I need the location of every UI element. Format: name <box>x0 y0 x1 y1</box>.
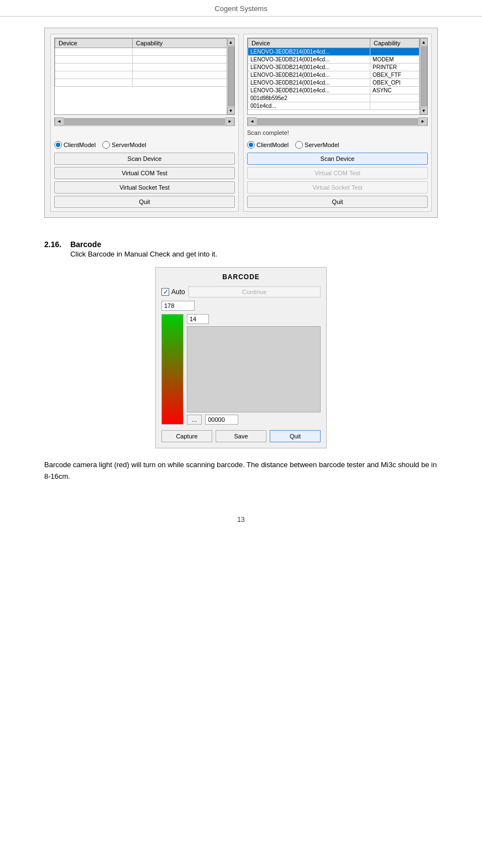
right-table-row[interactable]: 001d98b595e2 <box>248 95 420 102</box>
right-table-row[interactable]: LENOVO-3E0DB214(001e4cd...OBEX_OPI <box>248 79 420 87</box>
left-radio-client[interactable]: ClientModel <box>54 141 96 149</box>
continue-btn[interactable]: Continue <box>188 286 321 297</box>
left-scroll-down[interactable]: ▼ <box>227 107 235 114</box>
right-table-row[interactable]: LENOVO-3E0DB214(001e4cd... <box>248 48 420 56</box>
right-table-row[interactable]: LENOVO-3E0DB214(001e4cd...MODEM <box>248 56 420 64</box>
right-scroll-up[interactable]: ▲ <box>420 38 428 46</box>
right-status: Scan complete! <box>247 128 428 137</box>
right-radio-client-circle[interactable] <box>247 141 255 149</box>
barcode-title: BARCODE <box>161 273 321 281</box>
left-radio-client-circle[interactable] <box>54 141 62 149</box>
left-radio-client-label: ClientModel <box>64 142 96 148</box>
left-hscroll[interactable]: ◄ ► <box>54 117 235 126</box>
left-radio-server-label: ServerModel <box>112 142 146 148</box>
left-col-device: Device <box>55 39 133 48</box>
main-content: Device Capability <box>0 17 482 546</box>
right-hscroll[interactable]: ◄ ► <box>247 117 428 126</box>
left-table-scroll: Device Capability <box>55 38 234 114</box>
left-device-table: Device Capability <box>55 38 234 87</box>
barcode-bottom-row: Capture Save Quit <box>161 430 321 442</box>
left-scrollbar-v[interactable]: ▲ ▼ <box>227 38 234 114</box>
capture-btn[interactable]: Capture <box>161 430 212 442</box>
left-quit-btn[interactable]: Quit <box>54 196 235 208</box>
right-device-table: Device Capability LENOVO-3E0DB214(001e4c… <box>248 38 420 110</box>
left-scan-btn[interactable]: Scan Device <box>54 153 235 165</box>
left-scroll-up[interactable]: ▲ <box>227 38 235 46</box>
checkbox-check-mark: ✓ <box>163 289 168 296</box>
right-radio-server-label: ServerModel <box>305 142 339 148</box>
section-title-block: Barcode Click Barcode in Manual Check an… <box>70 240 217 258</box>
left-radio-server-circle[interactable] <box>102 141 110 149</box>
barcode-color-bar <box>161 314 184 425</box>
barcode-code-input[interactable] <box>205 415 238 425</box>
right-hscroll-thumb[interactable] <box>257 118 418 125</box>
right-table-row[interactable]: LENOVO-3E0DB214(001e4cd...ASYNC <box>248 87 420 95</box>
bt-panel-left: Device Capability <box>50 34 239 212</box>
right-virtual-com-btn[interactable]: Virtual COM Test <box>247 167 428 179</box>
left-table-container: Device Capability <box>54 38 235 115</box>
page-header: Cogent Systems <box>0 0 482 17</box>
left-radio-row: ClientModel ServerModel <box>54 139 235 150</box>
right-scroll-down[interactable]: ▼ <box>420 107 428 114</box>
right-table-scroll: Device Capability LENOVO-3E0DB214(001e4c… <box>248 38 427 114</box>
barcode-panel: BARCODE ✓ Auto Continue <box>155 267 327 448</box>
footer-note: Barcode camera light (red) will turn on … <box>44 459 438 483</box>
dots-btn[interactable]: ... <box>187 415 202 425</box>
barcode-value1-row <box>161 301 321 311</box>
right-scrollbar-v[interactable]: ▲ ▼ <box>420 38 427 114</box>
left-hscroll-left[interactable]: ◄ <box>55 117 64 126</box>
right-table-container: Device Capability LENOVO-3E0DB214(001e4c… <box>247 38 428 115</box>
left-hscroll-thumb[interactable] <box>64 118 225 125</box>
auto-checkbox-wrapper[interactable]: ✓ Auto <box>161 288 185 296</box>
right-virtual-socket-btn[interactable]: Virtual Socket Test <box>247 181 428 194</box>
section-title: Barcode <box>70 240 217 249</box>
barcode-value2-input[interactable] <box>187 314 209 324</box>
left-virtual-com-btn[interactable]: Virtual COM Test <box>54 167 235 179</box>
right-hscroll-right[interactable]: ► <box>418 117 427 126</box>
barcode-dots-row: ... <box>187 415 321 425</box>
bt-panel-right: Device Capability LENOVO-3E0DB214(001e4c… <box>243 34 432 212</box>
right-scan-btn[interactable]: Scan Device <box>247 153 428 165</box>
barcode-quit-btn[interactable]: Quit <box>270 430 321 442</box>
right-table-row[interactable]: LENOVO-3E0DB214(001e4cd...OBEX_FTF <box>248 71 420 79</box>
right-table-row[interactable]: 001e4cd... <box>248 102 420 110</box>
right-radio-server[interactable]: ServerModel <box>295 141 339 149</box>
left-scroll-thumb[interactable] <box>228 46 234 106</box>
left-hscroll-right[interactable]: ► <box>226 117 234 126</box>
left-radio-server[interactable]: ServerModel <box>102 141 146 149</box>
section-216-header: 2.16. Barcode Click Barcode in Manual Ch… <box>44 240 438 258</box>
left-radio-client-dot <box>56 143 60 147</box>
barcode-preview-box <box>187 326 321 412</box>
page-number: 13 <box>44 516 438 524</box>
right-col-capability: Capability <box>370 39 420 48</box>
right-scroll-thumb[interactable] <box>421 46 427 106</box>
right-radio-client-label: ClientModel <box>256 142 289 148</box>
barcode-auto-row: ✓ Auto Continue <box>161 286 321 297</box>
right-radio-row: ClientModel ServerModel <box>247 139 428 150</box>
left-virtual-socket-btn[interactable]: Virtual Socket Test <box>54 181 235 194</box>
right-col-device: Device <box>248 39 370 48</box>
section-number: 2.16. <box>44 240 61 258</box>
section-description: Click Barcode in Manual Check and get in… <box>70 250 217 258</box>
barcode-preview: ... <box>187 314 321 425</box>
save-btn[interactable]: Save <box>216 430 266 442</box>
header-title: Cogent Systems <box>214 4 267 13</box>
right-radio-server-circle[interactable] <box>295 141 303 149</box>
right-radio-client[interactable]: ClientModel <box>247 141 289 149</box>
right-quit-btn[interactable]: Quit <box>247 196 428 208</box>
barcode-value1-input[interactable] <box>161 301 195 311</box>
left-status <box>54 128 235 137</box>
right-table-row[interactable]: LENOVO-3E0DB214(001e4cd...PRINTER <box>248 64 420 71</box>
bluetooth-panels: Device Capability <box>44 28 438 218</box>
right-hscroll-left[interactable]: ◄ <box>248 117 256 126</box>
right-radio-client-dot <box>249 143 253 147</box>
barcode-panel-wrapper: BARCODE ✓ Auto Continue <box>44 267 438 448</box>
barcode-main-area: ... <box>161 314 321 425</box>
left-col-capability: Capability <box>132 39 234 48</box>
auto-checkbox[interactable]: ✓ <box>161 288 169 296</box>
auto-label: Auto <box>171 288 185 296</box>
